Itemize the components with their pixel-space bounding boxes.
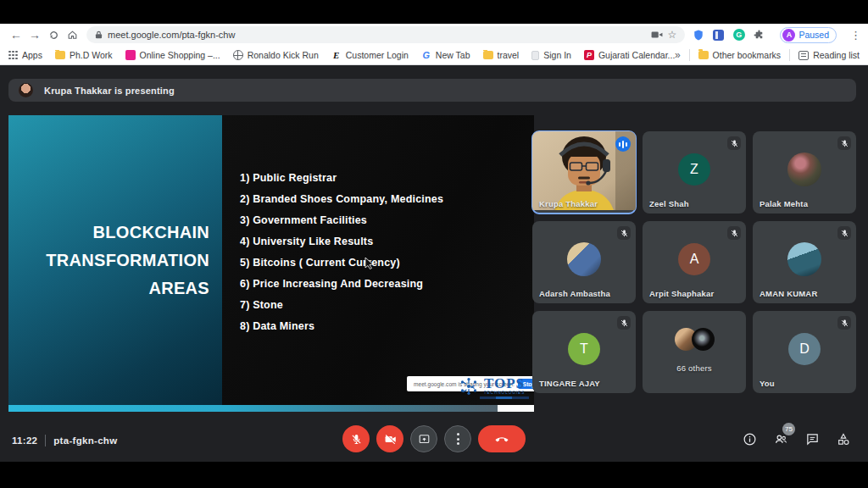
bookmarks-list: AppsPh.D WorkOnline Shopping –...Ronaldo… bbox=[8, 50, 675, 60]
participants-button[interactable]: 75 bbox=[773, 432, 789, 446]
muted-mic-icon bbox=[617, 316, 631, 330]
participant-name: TINGARE AJAY bbox=[539, 379, 600, 388]
back-icon[interactable]: ← bbox=[7, 25, 25, 44]
slide-list-item: 1) Public Registrar bbox=[240, 168, 443, 189]
participant-tile[interactable]: 66 others bbox=[643, 311, 746, 393]
presenter-avatar bbox=[19, 83, 33, 97]
reload-icon[interactable] bbox=[44, 25, 63, 44]
chat-button[interactable] bbox=[805, 432, 820, 446]
more-options-icon bbox=[457, 433, 459, 445]
bookmark-item[interactable]: Sign In bbox=[531, 50, 571, 60]
participant-tile[interactable]: AMAN KUMAR bbox=[753, 221, 856, 303]
profile-avatar: A bbox=[782, 29, 795, 42]
bookmark-item[interactable]: travel bbox=[483, 50, 520, 60]
home-icon[interactable] bbox=[63, 25, 81, 44]
bookmarks-overflow-chevron[interactable]: » bbox=[675, 49, 681, 61]
bookmark-label: Online Shopping –... bbox=[140, 50, 220, 60]
participant-tile[interactable]: T TINGARE AJAY bbox=[532, 311, 636, 393]
puzzle-extensions-icon[interactable] bbox=[753, 29, 765, 42]
other-bookmarks[interactable]: Other bookmarks bbox=[698, 50, 782, 60]
pletter-favicon-icon: P bbox=[584, 50, 594, 60]
reading-list[interactable]: Reading list bbox=[798, 50, 860, 60]
shield-extension-icon[interactable] bbox=[692, 29, 704, 42]
slide-list-item: 6) Price Increasing And Decreasing bbox=[240, 274, 443, 295]
shared-screen: BLOCKCHAINTRANSFORMATIONAREAS 1) Public … bbox=[8, 115, 534, 412]
profile-chip[interactable]: A Paused bbox=[780, 27, 837, 43]
camera-off-button[interactable] bbox=[376, 425, 403, 452]
tab-media-camera-icon[interactable] bbox=[651, 30, 663, 39]
reading-list-label: Reading list bbox=[813, 50, 860, 60]
photo-avatar bbox=[787, 152, 821, 186]
pink-favicon-icon bbox=[125, 50, 136, 60]
participant-tile[interactable]: Z Zeel Shah bbox=[643, 131, 746, 214]
divider bbox=[689, 49, 690, 61]
muted-mic-icon bbox=[727, 136, 741, 150]
bookmark-item[interactable]: Ph.D Work bbox=[55, 50, 113, 60]
participant-tile[interactable]: Palak Mehta bbox=[753, 131, 856, 214]
participant-name: You bbox=[760, 379, 775, 388]
participant-grid: Krupa Thakkar Z Zeel Shah Palak Mehta Ad… bbox=[532, 131, 856, 393]
url-text[interactable]: meet.google.com/pta-fgkn-chw bbox=[108, 30, 646, 40]
bookmark-item[interactable]: Online Shopping –... bbox=[125, 50, 220, 60]
participant-tile[interactable]: A Arpit Shaphakar bbox=[643, 221, 746, 303]
mic-off-button[interactable] bbox=[342, 425, 370, 452]
participant-name: 66 others bbox=[643, 363, 746, 373]
meet-app: Krupa Thakkar is presenting BLOCKCHAINTR… bbox=[0, 65, 868, 462]
folder-favicon-icon bbox=[483, 51, 493, 59]
divider bbox=[789, 49, 790, 61]
initial-avatar: D bbox=[788, 333, 821, 365]
meeting-code: pta-fgkn-chw bbox=[53, 435, 117, 446]
bookmark-label: Apps bbox=[22, 50, 42, 60]
bookmark-item[interactable]: Ronaldo Kick Run bbox=[233, 50, 319, 60]
presenting-banner: Krupa Thakkar is presenting bbox=[8, 79, 856, 102]
bookmark-item[interactable]: PGujarati Calendar... bbox=[584, 50, 675, 60]
slide-list-item: 8) Data Miners bbox=[240, 316, 443, 337]
slide-list-item: 5) Bitcoins ( Current Currency) bbox=[240, 252, 443, 274]
grammarly-extension-icon[interactable]: G bbox=[732, 29, 745, 42]
bookmark-label: Gujarati Calendar... bbox=[598, 50, 675, 60]
presenting-text: Krupa Thakkar is presenting bbox=[44, 86, 175, 96]
more-options-button[interactable] bbox=[444, 425, 471, 452]
bookmark-label: Sign In bbox=[543, 50, 571, 60]
photo-avatar bbox=[787, 242, 821, 276]
tops-logo-title: TOPS bbox=[484, 377, 525, 390]
page-favicon-icon bbox=[531, 51, 539, 60]
muted-mic-icon bbox=[727, 226, 741, 240]
bookmark-item[interactable]: Apps bbox=[8, 50, 42, 60]
address-bar[interactable]: meet.google.com/pta-fgkn-chw ☆ bbox=[86, 26, 685, 43]
bookmark-label: travel bbox=[498, 50, 520, 60]
bookmark-item[interactable]: ECustomer Login bbox=[331, 50, 409, 60]
tops-logo-tagline-strip bbox=[480, 396, 529, 399]
bookmarks-right: » Other bookmarks Reading list bbox=[675, 49, 860, 61]
folder-icon bbox=[698, 51, 709, 59]
leave-call-button[interactable] bbox=[478, 425, 526, 452]
slide-list-item: 4) University Like Results bbox=[240, 231, 443, 252]
participant-name: Arpit Shaphakar bbox=[649, 289, 714, 298]
participant-tile[interactable]: Krupa Thakkar bbox=[532, 131, 636, 214]
present-screen-button[interactable] bbox=[410, 425, 437, 452]
meeting-details-button[interactable] bbox=[743, 432, 757, 446]
muted-mic-icon bbox=[837, 316, 851, 330]
activities-button[interactable] bbox=[836, 432, 851, 446]
notebook-extension-icon[interactable] bbox=[712, 29, 725, 42]
slide-title: BLOCKCHAINTRANSFORMATIONAREAS bbox=[46, 219, 209, 302]
meet-bottom-bar: 11:22 pta-fgkn-chw bbox=[0, 412, 868, 462]
slide-list-item: 3) Government Facilities bbox=[240, 210, 443, 231]
participant-name: Krupa Thakkar bbox=[539, 199, 598, 208]
tops-technologies-logo: TOPS TECHNOLOGIES bbox=[460, 377, 529, 399]
other-bookmarks-label: Other bookmarks bbox=[713, 50, 782, 60]
divider bbox=[45, 435, 46, 446]
participant-name: Adarsh Ambastha bbox=[539, 289, 610, 298]
participant-tile[interactable]: D You bbox=[753, 311, 856, 393]
participant-name: AMAN KUMAR bbox=[760, 289, 818, 298]
browser-toolbar: ← → meet.google.com/pta-fgkn-chw ☆ G bbox=[0, 24, 868, 46]
bookmark-item[interactable]: GNew Tab bbox=[421, 50, 470, 60]
clock-time: 11:22 bbox=[12, 435, 37, 446]
bookmark-label: Ph.D Work bbox=[70, 50, 113, 60]
bookmark-label: Customer Login bbox=[346, 50, 409, 60]
browser-menu-icon[interactable]: ⋮ bbox=[850, 29, 861, 42]
participant-tile[interactable]: Adarsh Ambastha bbox=[532, 221, 636, 303]
forward-icon[interactable]: → bbox=[25, 25, 44, 44]
lock-icon bbox=[95, 30, 103, 39]
bookmark-star-icon[interactable]: ☆ bbox=[668, 29, 677, 41]
